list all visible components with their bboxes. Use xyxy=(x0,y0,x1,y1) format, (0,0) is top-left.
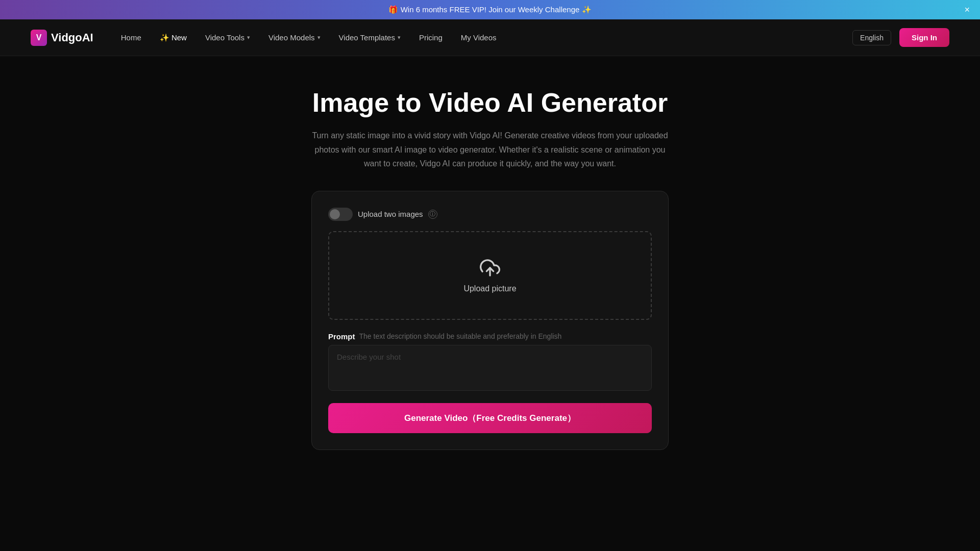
upload-icon xyxy=(480,258,500,278)
upload-text: Upload picture xyxy=(339,284,641,293)
logo-icon: V xyxy=(31,30,47,46)
main-content: Image to Video AI Generator Turn any sta… xyxy=(184,56,796,470)
toggle-label: Upload two images xyxy=(358,210,423,218)
navbar: V VidgoAI Home ✨ New Video Tools ▾ Video… xyxy=(0,19,980,56)
language-button[interactable]: English xyxy=(852,30,891,45)
chevron-down-icon: ▾ xyxy=(247,34,250,41)
prompt-label: Prompt xyxy=(328,332,355,341)
tool-card: Upload two images ⓘ Upload picture Promp… xyxy=(311,191,669,450)
upload-two-images-toggle[interactable] xyxy=(328,208,353,221)
banner-text: 🎁 Win 6 months FREE VIP! Join our Weekly… xyxy=(388,5,591,14)
page-subtitle: Turn any static image into a vivid story… xyxy=(311,129,669,170)
nav-link-video-tools[interactable]: Video Tools ▾ xyxy=(198,29,257,46)
nav-link-video-templates[interactable]: Video Templates ▾ xyxy=(332,29,408,46)
nav-link-home[interactable]: Home xyxy=(114,29,149,46)
logo-text: VidgoAI xyxy=(51,31,93,44)
toggle-row: Upload two images ⓘ xyxy=(328,208,652,221)
generate-button[interactable]: Generate Video（Free Credits Generate） xyxy=(328,403,652,433)
prompt-label-row: Prompt The text description should be su… xyxy=(328,332,652,341)
nav-link-my-videos[interactable]: My Videos xyxy=(454,29,504,46)
upload-area[interactable]: Upload picture xyxy=(328,231,652,320)
nav-links: Home ✨ New Video Tools ▾ Video Models ▾ … xyxy=(114,29,504,46)
prompt-textarea[interactable] xyxy=(328,345,652,391)
info-icon[interactable]: ⓘ xyxy=(428,210,437,219)
page-title: Image to Video AI Generator xyxy=(194,87,786,118)
toggle-knob xyxy=(330,209,340,219)
chevron-down-icon: ▾ xyxy=(398,34,401,41)
navbar-right: English Sign In xyxy=(852,28,949,47)
nav-link-video-models[interactable]: Video Models ▾ xyxy=(261,29,328,46)
logo[interactable]: V VidgoAI xyxy=(31,30,93,46)
sign-in-button[interactable]: Sign In xyxy=(899,28,949,47)
chevron-down-icon: ▾ xyxy=(317,34,321,41)
navbar-left: V VidgoAI Home ✨ New Video Tools ▾ Video… xyxy=(31,29,504,46)
banner-close-button[interactable]: × xyxy=(964,5,970,14)
nav-link-pricing[interactable]: Pricing xyxy=(412,29,450,46)
promo-banner: 🎁 Win 6 months FREE VIP! Join our Weekly… xyxy=(0,0,980,19)
prompt-hint: The text description should be suitable … xyxy=(359,332,562,340)
nav-link-new[interactable]: ✨ New xyxy=(153,29,194,46)
